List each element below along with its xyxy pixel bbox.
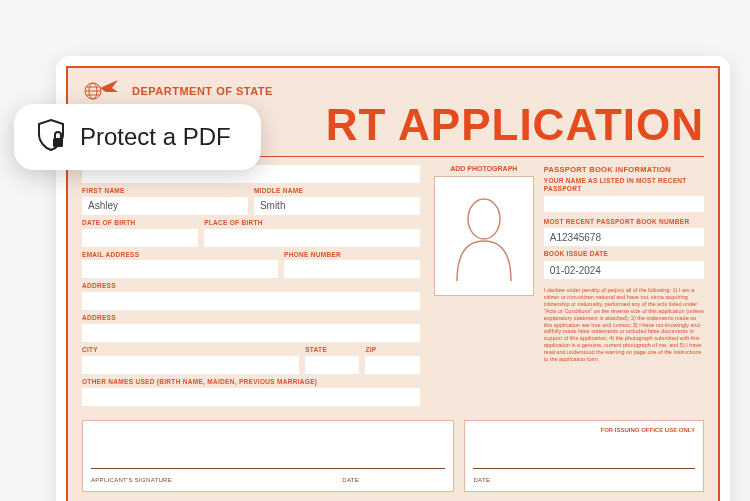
- department-label: DEPARTMENT OF STATE: [132, 85, 273, 97]
- middle-name-field[interactable]: Smith: [254, 197, 420, 215]
- office-date-caption: DATE: [473, 477, 490, 483]
- first-name-label: FIRST NAME: [82, 187, 248, 195]
- state-field[interactable]: [305, 356, 359, 374]
- name-listed-field[interactable]: [544, 196, 704, 212]
- protect-pdf-label: Protect a PDF: [80, 123, 231, 151]
- middle-name-label: MIDDLE NAME: [254, 187, 420, 195]
- name-listed-label: YOUR NAME AS LISTED IN MOST RECENT PASSP…: [544, 177, 704, 193]
- applicant-info-section: FIRST NAME Ashley MIDDLE NAME Smith DATE…: [82, 165, 420, 410]
- svg-rect-9: [53, 138, 63, 147]
- applicant-signature-box[interactable]: APPLICANT'S SIGNATURE DATE: [82, 420, 454, 492]
- zip-field[interactable]: [365, 356, 419, 374]
- dob-label: DATE OF BIRTH: [82, 219, 198, 227]
- globe-plane-icon: [82, 78, 122, 104]
- shield-lock-icon: [36, 118, 66, 156]
- issue-date-label: BOOK ISSUE DATE: [544, 250, 704, 258]
- passport-info-title: PASSPORT BOOK INFORMATION: [544, 165, 704, 174]
- book-number-label: MOST RECENT PASSPORT BOOK NUMBER: [544, 218, 704, 226]
- applicant-date-caption: DATE: [342, 477, 359, 483]
- address-field[interactable]: [82, 292, 420, 310]
- phone-label: PHONE NUMBER: [284, 251, 420, 259]
- email-label: EMAIL ADDRESS: [82, 251, 278, 259]
- photo-placeholder[interactable]: [434, 176, 534, 296]
- office-use-label: FOR ISSUING OFFICE USE ONLY: [473, 427, 695, 433]
- zip-label: ZIP: [365, 346, 419, 354]
- other-names-label: OTHER NAMES USED (BIRTH NAME, MAIDEN, PR…: [82, 378, 420, 386]
- address-label: ADDRESS: [82, 282, 420, 290]
- signature-section: APPLICANT'S SIGNATURE DATE FOR ISSUING O…: [82, 420, 704, 492]
- city-field[interactable]: [82, 356, 299, 374]
- office-use-box: FOR ISSUING OFFICE USE ONLY DATE: [464, 420, 704, 492]
- person-silhouette-icon: [449, 191, 519, 281]
- svg-point-5: [468, 199, 500, 239]
- dob-field[interactable]: [82, 229, 198, 247]
- book-number-field[interactable]: A12345678: [544, 228, 704, 246]
- protect-pdf-button[interactable]: Protect a PDF: [14, 104, 261, 170]
- issue-date-field[interactable]: 01-02-2024: [544, 261, 704, 279]
- email-field[interactable]: [82, 260, 278, 278]
- address2-field[interactable]: [82, 324, 420, 342]
- first-name-field[interactable]: Ashley: [82, 197, 248, 215]
- state-label: STATE: [305, 346, 359, 354]
- address2-label: ADDRESS: [82, 314, 420, 322]
- declaration-text: I declare under penalty of perjury all o…: [544, 287, 704, 363]
- pob-field[interactable]: [204, 229, 420, 247]
- applicant-signature-caption: APPLICANT'S SIGNATURE: [91, 477, 172, 483]
- passport-book-section: ADD PHOTOGRAPH PASSPORT BOOK INFORMATION…: [434, 165, 704, 410]
- phone-field[interactable]: [284, 260, 420, 278]
- pob-label: PLACE OF BIRTH: [204, 219, 420, 227]
- city-label: CITY: [82, 346, 299, 354]
- add-photo-label: ADD PHOTOGRAPH: [434, 165, 534, 172]
- other-names-field[interactable]: [82, 388, 420, 406]
